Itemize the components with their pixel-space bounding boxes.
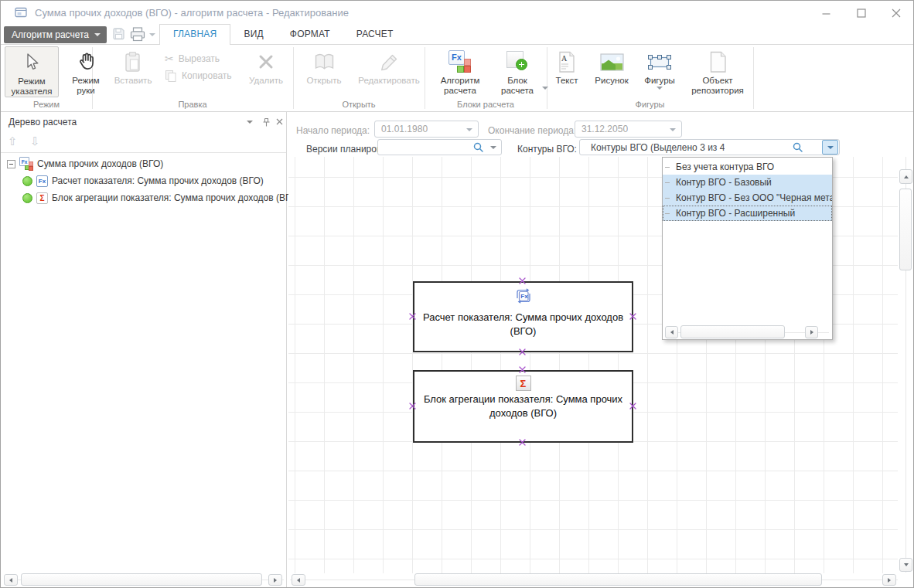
shapes-button[interactable]: Фигуры [638, 46, 681, 97]
scroll-down-button[interactable] [899, 558, 912, 572]
algorithm-button[interactable]: Fx Алгоритм расчета [431, 46, 489, 97]
hand-mode-button[interactable]: Режим руки [62, 46, 110, 97]
scroll-up-button[interactable] [899, 169, 912, 184]
period-end-combo[interactable]: 31.12.2050 [575, 121, 682, 138]
maximize-button[interactable] [851, 5, 871, 22]
open-label: Открыть [306, 76, 341, 86]
v-scrollbar-thumb[interactable] [899, 189, 912, 270]
connection-point-icon[interactable] [519, 277, 526, 284]
period-start-value: 01.01.1980 [381, 124, 428, 134]
dropdown-item[interactable]: Контур ВГО - Расширенный [663, 206, 832, 221]
group-label-shapes: Фигуры [547, 100, 753, 109]
calc-block-button[interactable]: Блок расчета [493, 46, 542, 97]
pin-icon[interactable] [262, 117, 271, 127]
title-bar: Сумма прочих доходов (ВГО) - алгоритм ра… [1, 1, 913, 24]
dropdown-item[interactable]: Без учета контура ВГО [663, 159, 832, 175]
quick-access-dropdown-icon[interactable] [149, 33, 155, 36]
group-label-edit: Правка [92, 100, 293, 109]
calc-block-dropdown-icon[interactable] [542, 87, 548, 90]
repository-object-button[interactable]: Объект репозитория [684, 46, 751, 97]
scroll-right-button[interactable] [268, 574, 282, 586]
connection-point-icon[interactable] [409, 313, 416, 320]
shapes-label: Фигуры [644, 76, 675, 86]
chevron-down-icon[interactable] [490, 146, 496, 149]
paste-button[interactable]: Вставить [106, 46, 160, 97]
pencil-icon [379, 48, 400, 76]
scroll-left-button[interactable] [4, 574, 18, 586]
search-icon[interactable] [473, 142, 484, 153]
copy-button[interactable]: Копировать [165, 69, 232, 83]
connection-point-icon[interactable] [409, 403, 416, 410]
dropdown-item[interactable]: Контур ВГО - Базовый [663, 175, 832, 190]
tree-node-row[interactable]: Fx Расчет показателя: Сумма прочих доход… [1, 172, 264, 189]
connection-point-icon[interactable] [629, 403, 636, 410]
move-down-icon[interactable]: ⇩ [30, 134, 40, 148]
calc-block-fx[interactable]: Fx Расчет показателя: Сумма прочих доход… [413, 281, 633, 352]
tab-vid[interactable]: ВИД [230, 24, 276, 45]
text-shape-label: Текст [556, 76, 578, 86]
delete-button[interactable]: Удалить [240, 46, 292, 97]
shapes-dropdown-icon[interactable] [657, 87, 663, 90]
open-button[interactable]: Открыть [299, 46, 349, 97]
h-scrollbar-thumb[interactable] [680, 325, 785, 338]
filter-bar: Начало периода: 01.01.1980 Окончание пер… [288, 112, 914, 157]
dropdown-item[interactable]: Контур ВГО - Без ООО "Черная металл [663, 190, 832, 206]
tab-raschet[interactable]: РАСЧЕТ [343, 24, 407, 45]
block-label: Блок агрегации показателя: Сумма прочих … [414, 393, 632, 420]
print-icon[interactable] [130, 27, 145, 42]
connection-point-icon[interactable] [519, 439, 526, 446]
scroll-left-button[interactable] [292, 574, 305, 586]
connection-point-icon[interactable] [519, 348, 526, 355]
move-up-icon[interactable]: ⇧ [8, 134, 18, 148]
paste-label: Вставить [114, 76, 152, 86]
chevron-down-icon[interactable] [670, 128, 676, 131]
minimize-button[interactable] [816, 5, 836, 22]
edit-button[interactable]: Редактировать [353, 46, 425, 97]
window-icon [15, 7, 27, 18]
chevron-down-icon[interactable] [466, 128, 472, 131]
collapse-icon[interactable] [7, 160, 15, 168]
app-menu-button[interactable]: Алгоритм расчета [4, 26, 107, 43]
search-icon[interactable] [793, 142, 803, 153]
tree-node-row[interactable]: Σ Блок агрегации показателя: Сумма прочи… [1, 189, 300, 206]
fx-loop-icon: Fx [513, 285, 534, 307]
tree-node-label: Блок агрегации показателя: Сумма прочих … [52, 192, 300, 203]
connection-point-icon[interactable] [519, 366, 526, 373]
aggregation-block[interactable]: Σ Блок агрегации показателя: Сумма прочи… [413, 370, 633, 443]
vgo-contours-combo[interactable]: Контуры ВГО (Выделено 3 из 4 [579, 139, 840, 155]
fx-node-icon: Fx [36, 175, 48, 187]
h-scrollbar-thumb[interactable] [414, 573, 822, 586]
cut-button[interactable]: ✂ Вырезать [165, 52, 220, 66]
cursor-icon [23, 49, 40, 76]
group-label-open: Открыть [293, 100, 425, 109]
scroll-right-button[interactable] [805, 326, 818, 338]
close-button[interactable] [886, 5, 906, 22]
tab-glavnaya[interactable]: ГЛАВНАЯ [159, 24, 230, 46]
copy-icon [165, 70, 177, 82]
tab-format[interactable]: ФОРМАТ [277, 24, 343, 45]
repository-page-icon [709, 48, 727, 76]
text-shape-button[interactable]: A Текст [548, 46, 585, 97]
hand-mode-label: Режим руки [62, 76, 110, 96]
app-menu-label: Алгоритм расчета [12, 29, 94, 40]
panel-menu-icon[interactable] [247, 121, 253, 124]
picture-button[interactable]: Рисунок [588, 46, 636, 97]
scroll-left-button[interactable] [665, 326, 678, 338]
pointer-mode-button[interactable]: Режим указателя [5, 46, 59, 97]
save-icon[interactable] [112, 27, 125, 40]
ribbon: Режим указателя Режим руки Вставить ✂ Вы… [1, 45, 913, 112]
picture-label: Рисунок [595, 76, 628, 86]
calc-block-label: Блок расчета [493, 76, 542, 96]
calc-tree-panel: Дерево расчета ⇧ ⇩ Fx Сумма прочих доход… [1, 112, 287, 588]
panel-close-icon[interactable] [276, 118, 283, 125]
tree-root-row[interactable]: Fx Сумма прочих доходов (ВГО) [1, 155, 163, 172]
h-scrollbar-thumb[interactable] [21, 573, 262, 586]
connection-point-icon[interactable] [629, 313, 636, 320]
picture-icon [600, 48, 624, 76]
planning-versions-input[interactable] [377, 139, 502, 155]
vgo-dropdown-button[interactable] [822, 140, 838, 155]
period-start-combo[interactable]: 01.01.1980 [374, 121, 479, 138]
sigma-icon: Σ [516, 376, 531, 391]
scroll-right-button[interactable] [882, 574, 896, 586]
period-end-value: 31.12.2050 [581, 124, 628, 134]
